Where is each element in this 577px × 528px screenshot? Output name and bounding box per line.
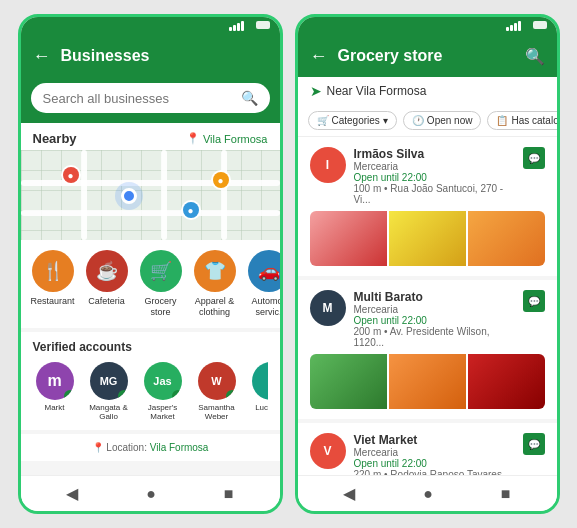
avatar-jaspers: Jas [144, 362, 182, 400]
business-address-multi: 200 m • Av. Presidente Wilson, 1120... [354, 326, 515, 348]
categories-section: 🍴 Restaurant ☕ Cafeteria 🛒 Grocery store… [21, 240, 280, 328]
category-label: Restaurant [30, 296, 74, 307]
category-auto[interactable]: 🚗 Automo- servic. [245, 250, 280, 318]
account-name-jaspers: Jasper's Market [141, 403, 185, 422]
business-address-irmaos: 100 m • Rua João Santucoi, 270 - Vi... [354, 183, 515, 205]
avatar-markt: m [36, 362, 74, 400]
location-tag[interactable]: 📍 Vila Formosa [186, 132, 268, 145]
chat-button-irmaos[interactable]: 💬 [523, 147, 545, 169]
open-now-label: Open now [427, 115, 473, 126]
business-header-viet: V Viet Market Mercearia Open until 22:00… [310, 433, 545, 475]
map-road [81, 150, 87, 240]
has-catalog-label: Has catalog [511, 115, 556, 126]
business-type-multi: Mercearia [354, 304, 515, 315]
search-bar[interactable]: 🔍 [31, 83, 270, 113]
business-name-irmaos[interactable]: Irmãos Silva [354, 147, 515, 161]
nav-bar-right: ◀ ● ■ [298, 475, 557, 511]
image-orange [468, 211, 545, 266]
account-lucky[interactable]: L Lucky S. [249, 362, 268, 422]
footer-location-link[interactable]: Vila Formosa [150, 442, 209, 453]
nearby-label: Nearby [33, 131, 77, 146]
location-bar: ➤ Near Vila Formosa [298, 77, 557, 105]
business-status-multi: Open until 22:00 [354, 315, 515, 326]
category-restaurant[interactable]: 🍴 Restaurant [29, 250, 77, 318]
map-pin-3[interactable]: ● [211, 170, 231, 190]
signal-icon-right [506, 21, 521, 31]
right-header: ← Grocery store 🔍 [298, 35, 557, 77]
business-list: I Irmãos Silva Mercearia Open until 22:0… [298, 137, 557, 475]
filter-categories[interactable]: 🛒 Categories ▾ [308, 111, 397, 130]
nav-recent-button-right[interactable]: ■ [501, 485, 511, 503]
account-markt[interactable]: m Markt [33, 362, 77, 422]
account-name-markt: Markt [45, 403, 65, 413]
dropdown-arrow-icon: ▾ [383, 115, 388, 126]
grocery-icon: 🛒 [140, 250, 182, 292]
map-road [161, 150, 167, 240]
map-area[interactable]: ● ● ● [21, 150, 280, 240]
avatar-mangata: MG [90, 362, 128, 400]
search-input[interactable] [43, 91, 233, 106]
category-cafeteria[interactable]: ☕ Cafeteria [83, 250, 131, 318]
nav-back-button-right[interactable]: ◀ [343, 484, 355, 503]
category-apparel[interactable]: 👕 Apparel & clothing [191, 250, 239, 318]
map-road [21, 210, 280, 216]
map-pin-2[interactable]: ● [181, 200, 201, 220]
avatar-lucky: L [252, 362, 268, 400]
nearby-section: Nearby 📍 Vila Formosa [21, 123, 280, 150]
business-type-irmaos: Mercearia [354, 161, 515, 172]
image-carrot [389, 354, 466, 409]
category-grocery[interactable]: 🛒 Grocery store [137, 250, 185, 318]
verified-title: Verified accounts [33, 340, 268, 354]
search-icon: 🔍 [241, 90, 258, 106]
info-viet: Viet Market Mercearia Open until 22:00 2… [354, 433, 515, 475]
image-banana [389, 211, 466, 266]
back-button[interactable]: ← [33, 46, 51, 67]
account-name-mangata: Mangata & Gallo [87, 403, 131, 422]
back-button-right[interactable]: ← [310, 46, 328, 67]
battery-icon [256, 21, 270, 29]
filter-has-catalog[interactable]: 📋 Has catalog [487, 111, 556, 130]
business-name-multi[interactable]: Multi Barato [354, 290, 515, 304]
apparel-icon: 👕 [194, 250, 236, 292]
account-jaspers[interactable]: Jas Jasper's Market [141, 362, 185, 422]
map-pin-1[interactable]: ● [61, 165, 81, 185]
location-pin-icon: 📍 [186, 132, 200, 145]
images-irmaos [310, 211, 545, 266]
business-name-viet[interactable]: Viet Market [354, 433, 515, 447]
nav-home-button[interactable]: ● [146, 485, 156, 503]
business-header-multi: M Multi Barato Mercearia Open until 22:0… [310, 290, 545, 348]
chat-button-multi[interactable]: 💬 [523, 290, 545, 312]
auto-icon: 🚗 [248, 250, 280, 292]
business-card-irmaos: I Irmãos Silva Mercearia Open until 22:0… [298, 137, 557, 276]
categories-chip-icon: 🛒 [317, 115, 329, 126]
map-grid [21, 150, 280, 240]
left-screen-content: Nearby 📍 Vila Formosa ● ● ● 🍴 Restaurant [21, 123, 280, 475]
location-footer: 📍 Location: Vila Formosa [21, 434, 280, 461]
logo-irmaos: I [310, 147, 346, 183]
search-icon-right[interactable]: 🔍 [525, 47, 545, 66]
categories-chip-label: Categories [332, 115, 380, 126]
chat-button-viet[interactable]: 💬 [523, 433, 545, 455]
account-samantha[interactable]: W Samantha Weber [195, 362, 239, 422]
map-road [221, 150, 227, 240]
account-mangata[interactable]: MG Mangata & Gallo [87, 362, 131, 422]
image-strawberry [310, 211, 387, 266]
right-phone: ← Grocery store 🔍 ➤ Near Vila Formosa 🛒 … [295, 14, 560, 514]
logo-multi: M [310, 290, 346, 326]
page-title: Businesses [61, 47, 268, 65]
category-label: Apparel & clothing [191, 296, 239, 318]
left-phone: ← Businesses 🔍 Nearby 📍 Vila Formosa [18, 14, 283, 514]
business-header-irmaos: I Irmãos Silva Mercearia Open until 22:0… [310, 147, 545, 205]
nav-recent-button[interactable]: ■ [224, 485, 234, 503]
nav-back-button[interactable]: ◀ [66, 484, 78, 503]
user-location-dot [121, 188, 137, 204]
verified-accounts-list: m Markt MG Mangata & Gallo Jas Jasper's … [33, 362, 268, 422]
navigation-icon: ➤ [310, 83, 322, 99]
nav-home-button-right[interactable]: ● [423, 485, 433, 503]
signal-icon [229, 21, 244, 31]
image-pepper [468, 354, 545, 409]
verified-section: Verified accounts m Markt MG Mangata & G… [21, 332, 280, 430]
filter-open-now[interactable]: 🕐 Open now [403, 111, 482, 130]
business-card-viet: V Viet Market Mercearia Open until 22:00… [298, 423, 557, 475]
left-header: ← Businesses [21, 35, 280, 77]
